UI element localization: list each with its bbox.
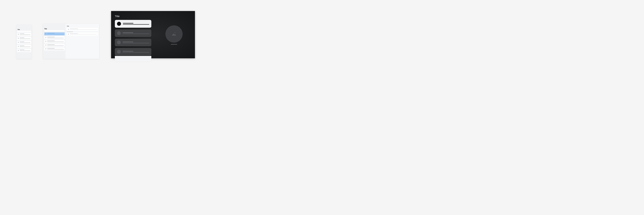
tablet-split-panel: Title — [43, 24, 99, 59]
tv-list-item-text — [123, 32, 149, 34]
avatar — [45, 41, 46, 42]
tablet-left-title: Title — [44, 28, 65, 30]
avatar — [45, 48, 46, 50]
detail-item-text — [70, 29, 97, 30]
avatar — [18, 38, 19, 39]
tv-list-item[interactable] — [115, 39, 151, 46]
tv-overflow-list — [115, 56, 151, 62]
list-item-text — [47, 44, 64, 46]
list-item[interactable] — [17, 33, 31, 36]
avatar — [117, 22, 121, 26]
list-item[interactable] — [44, 36, 65, 39]
list-item-text — [20, 34, 30, 35]
image-icon — [172, 32, 176, 36]
list-item-text — [47, 37, 64, 39]
tv-list-item-text — [123, 23, 149, 25]
avatar — [18, 34, 19, 35]
tv-list-item-text — [123, 42, 149, 43]
list-item-text — [20, 50, 30, 51]
avatar — [117, 50, 121, 54]
list-item-text — [47, 48, 64, 50]
tv-list-item[interactable] — [115, 48, 151, 56]
list-item-text — [20, 38, 30, 39]
detail-item-text — [70, 34, 97, 34]
avatar — [18, 50, 19, 51]
avatar — [68, 29, 69, 30]
image-caption — [171, 44, 177, 45]
detail-sublabel — [67, 32, 73, 32]
tablet-left-column: Title — [43, 24, 66, 59]
tablet-search-pill[interactable] — [44, 30, 65, 32]
list-item[interactable] — [44, 40, 65, 43]
list-item[interactable] — [17, 37, 31, 40]
tv-list-item-text — [123, 51, 149, 53]
mobile-search-pill[interactable] — [17, 31, 31, 32]
detail-item[interactable] — [67, 33, 98, 36]
list-item[interactable] — [17, 41, 31, 44]
list-item[interactable] — [44, 48, 65, 50]
list-item[interactable] — [17, 45, 31, 48]
tablet-right-column: Title — [66, 24, 99, 59]
avatar — [68, 34, 69, 35]
tv-list-item-focused[interactable] — [115, 20, 151, 28]
image-placeholder-circle — [166, 25, 182, 43]
list-item[interactable] — [17, 49, 31, 52]
list-item[interactable] — [44, 44, 65, 47]
list-item-text — [47, 41, 64, 42]
tv-list-item[interactable] — [115, 30, 151, 37]
list-item-text — [20, 42, 30, 43]
mobile-list-panel: Title — [16, 25, 32, 59]
list-item-text — [47, 33, 64, 35]
avatar — [18, 46, 19, 47]
list-item-text — [20, 46, 30, 47]
avatar — [117, 41, 121, 44]
avatar — [18, 42, 19, 43]
avatar — [45, 45, 46, 46]
avatar — [45, 33, 46, 34]
tv-left-column: Title — [111, 11, 151, 58]
mobile-title: Title — [16, 25, 32, 31]
avatar — [117, 31, 121, 35]
tv-right-column — [151, 11, 195, 58]
detail-item[interactable] — [67, 28, 98, 31]
avatar — [45, 37, 46, 38]
tv-panel: Title — [111, 11, 195, 58]
tv-title: Title — [115, 15, 151, 18]
list-item-selected[interactable] — [44, 32, 65, 35]
tablet-right-title: Title — [67, 26, 98, 27]
